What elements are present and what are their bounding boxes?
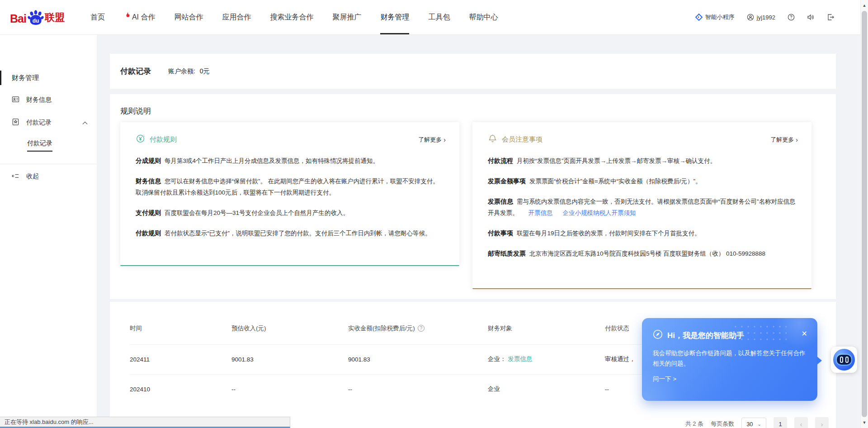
- cell-time: 202410: [130, 374, 231, 404]
- help-button[interactable]: [788, 14, 795, 21]
- nav-item-screen-promo[interactable]: 聚屏推广: [323, 0, 371, 34]
- assistant-robot-button[interactable]: [831, 347, 857, 373]
- col-time: 时间: [130, 313, 231, 344]
- assistant-title-row: Hi，我是您的智能助手 ✕: [653, 329, 807, 341]
- sidebar: 财务管理 财务信息 付款记录 付款记录 收起: [0, 35, 97, 428]
- rule-item: 发票信息需与系统内发票信息内容完全一致，否则无法支付。请根据发票信息页面中“百度…: [488, 196, 796, 219]
- user-account[interactable]: jyj1992: [747, 14, 775, 21]
- sound-button[interactable]: [807, 14, 815, 21]
- nav-item-finance[interactable]: 财务管理: [371, 0, 419, 34]
- nav-item-website[interactable]: 网站合作: [165, 0, 212, 34]
- sidebar-item-payment-records[interactable]: 付款记录: [0, 111, 97, 134]
- payment-rules-box: 付款规则 了解更多 › 分成规则每月第3或4个工作日产出上月分成信息及发票信息，…: [120, 122, 459, 266]
- prev-page-button[interactable]: ‹: [794, 417, 808, 428]
- per-page-select[interactable]: 30 ⌄: [741, 418, 766, 428]
- rule-item: 发票金额事项发票票面“价税合计”金额=系统中“实收金额（扣除税费后/元）”。: [488, 176, 796, 187]
- sidebar-subitem-payment-records[interactable]: 付款记录: [0, 134, 97, 157]
- logo-text-bai: Bai: [10, 12, 26, 25]
- scroll-up-arrow-icon[interactable]: ▲: [861, 3, 868, 8]
- payment-rules-header: 付款规则 了解更多 ›: [120, 122, 459, 145]
- ask-now-link[interactable]: 问一下 >: [653, 375, 807, 383]
- rule-item: 付款事项联盟在每月19日之后签收的发票，付款时间安排在下个月首批支付。: [488, 228, 796, 239]
- finance-info-icon: [12, 95, 19, 105]
- rules-card: 规则说明 付款规则 了解更多 › 分成规则每月第3或4个工作日产出上月分成信息及…: [110, 94, 836, 299]
- logout-icon: [827, 14, 834, 21]
- invoice-info-table-link[interactable]: 发票信息: [508, 356, 532, 362]
- col-estimated-income: 预估收入(元): [231, 313, 348, 344]
- account-balance-value: 0元: [200, 67, 210, 75]
- baidu-union-logo[interactable]: Bai du 联盟: [10, 9, 65, 25]
- member-notes-more-link[interactable]: 了解更多 ›: [770, 136, 798, 144]
- mini-program-icon: [695, 14, 703, 21]
- cell-estimated: --: [231, 374, 348, 404]
- logout-button[interactable]: [827, 14, 834, 21]
- logo-text-union: 联盟: [45, 11, 65, 24]
- cell-estimated: 9001.83: [231, 344, 348, 374]
- sidebar-item-finance-info[interactable]: 财务信息: [0, 89, 97, 111]
- chevron-right-icon: ›: [796, 136, 798, 143]
- pagination: 共 2 条 每页条数 30 ⌄ 1 ‹ ›: [685, 417, 829, 428]
- paw-icon: du: [27, 9, 44, 26]
- bell-icon: [488, 134, 497, 145]
- per-page-label: 每页条数: [711, 420, 734, 428]
- page-scrollbar[interactable]: ▲ ▼: [860, 0, 868, 428]
- assistant-message: 我会帮助您诊断合作链路问题，以及解答您关于任何合作相关的问题。: [653, 348, 806, 369]
- account-balance: 账户余额: 0元: [168, 67, 210, 76]
- flame-icon: [124, 0, 132, 34]
- user-icon: [747, 14, 754, 21]
- cell-time: 202411: [130, 344, 231, 374]
- nav-item-ai[interactable]: AI 合作: [114, 0, 165, 34]
- rule-item: 付款规则若付款状态显示“已支付”，说明联盟已安排了您的付款。支付后三个工作日内到…: [136, 228, 444, 239]
- top-navbar: Bai du 联盟 首页 AI 合作 网站合作 应用: [0, 0, 860, 35]
- nav-item-home[interactable]: 首页: [81, 0, 114, 34]
- member-notes-box: 会员注意事项 了解更多 › 付款流程月初按“发票信息”页面开具发票→上传发票→邮…: [472, 122, 811, 289]
- cell-finance-target: 企业： 发票信息: [488, 344, 605, 374]
- page-header-card: 付款记录 账户余额: 0元: [110, 54, 836, 89]
- nav-item-search-biz[interactable]: 搜索业务合作: [260, 0, 323, 34]
- rule-item: 财务信息您可以在财务信息中选择“保留付款”。 在此期间您产生的收入将在账户内进行…: [136, 176, 444, 199]
- member-notes-body: 付款流程月初按“发票信息”页面开具发票→上传发票→邮寄发票→审核→确认支付。 发…: [472, 145, 811, 260]
- page: Bai du 联盟 首页 AI 合作 网站合作 应用: [0, 0, 868, 428]
- assistant-title: Hi，我是您的智能助手: [667, 330, 744, 341]
- info-icon[interactable]: ?: [418, 325, 425, 332]
- cell-actual: --: [348, 374, 488, 404]
- payment-rules-title: 付款规则: [150, 135, 177, 144]
- page-title: 付款记录: [120, 66, 151, 76]
- nav-item-toolkit[interactable]: 工具包: [419, 0, 459, 34]
- scroll-down-arrow-icon[interactable]: ▼: [861, 420, 868, 425]
- chevron-up-icon[interactable]: [82, 119, 88, 126]
- small-taxpayer-guide-link[interactable]: 企业小规模纳税人开票须知: [563, 209, 636, 216]
- assistant-popup: Hi，我是您的智能助手 ✕ 我会帮助您诊断合作链路问题，以及解答您关于任何合作相…: [642, 318, 817, 401]
- sidebar-collapse-button[interactable]: 收起: [0, 164, 97, 189]
- invoice-info-link[interactable]: 开票信息: [528, 209, 553, 216]
- navbar-utilities: 智能小程序 jyj1992: [695, 13, 834, 21]
- page-number-button[interactable]: 1: [774, 417, 787, 428]
- scrollbar-thumb[interactable]: [862, 11, 867, 417]
- robot-icon: [833, 349, 855, 371]
- member-notes-header: 会员注意事项 了解更多 ›: [472, 122, 811, 145]
- col-actual-amount: 实收金额(扣除税费后/元) ?: [348, 313, 488, 344]
- total-count: 共 2 条: [685, 420, 703, 428]
- main-nav: 首页 AI 合作 网站合作 应用合作 搜索业务合作 聚屏推广 财务管理 工具包 …: [81, 0, 508, 34]
- payment-rules-more-link[interactable]: 了解更多 ›: [418, 136, 446, 144]
- rule-boxes: 付款规则 了解更多 › 分成规则每月第3或4个工作日产出上月分成信息及发票信息，…: [120, 122, 811, 289]
- svg-text:du: du: [33, 18, 39, 24]
- nav-item-app[interactable]: 应用合作: [212, 0, 260, 34]
- yuan-circle-icon: [136, 134, 145, 145]
- cell-finance-target: 企业: [488, 374, 605, 404]
- collapse-icon: [12, 173, 19, 181]
- smart-mini-program-link[interactable]: 智能小程序: [695, 13, 735, 21]
- browser-status-tooltip: 正在等待 xlab.baidu.com 的响应...: [0, 417, 290, 428]
- next-page-button[interactable]: ›: [815, 417, 829, 428]
- rules-section-title: 规则说明: [110, 94, 836, 116]
- chevron-right-icon: ›: [443, 136, 446, 143]
- nav-item-help-center[interactable]: 帮助中心: [459, 0, 507, 34]
- sound-icon: [807, 14, 815, 21]
- compass-icon: [653, 329, 663, 341]
- chevron-down-icon: ⌄: [758, 422, 761, 427]
- col-finance-target: 财务对象: [488, 313, 605, 344]
- rule-item: 付款流程月初按“发票信息”页面开具发票→上传发票→邮寄发票→审核→确认支付。: [488, 155, 796, 167]
- close-icon[interactable]: ✕: [802, 329, 807, 338]
- payment-rules-body: 分成规则每月第3或4个工作日产出上月分成信息及发票信息，如有特殊情况将提前通知。…: [120, 145, 459, 239]
- help-icon: [788, 14, 795, 21]
